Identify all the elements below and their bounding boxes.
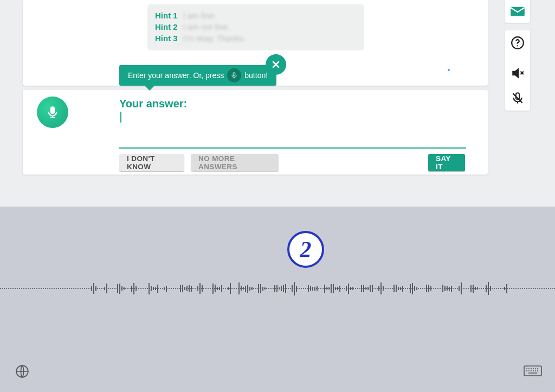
hint-text-3: I'm okay. Thanks. bbox=[183, 33, 246, 44]
svg-rect-0 bbox=[234, 73, 236, 76]
countdown-badge: 2 bbox=[287, 231, 324, 268]
keyboard-button[interactable] bbox=[524, 364, 542, 377]
answer-input[interactable] bbox=[120, 112, 121, 123]
svg-rect-1 bbox=[51, 107, 55, 113]
waveform bbox=[91, 279, 516, 298]
keyboard-icon bbox=[524, 364, 542, 377]
answer-underline bbox=[119, 147, 466, 149]
hints-box: Hint 1 I am fine. Hint 2 I am not fine. … bbox=[147, 4, 364, 50]
hint-label-1: Hint 1 bbox=[155, 10, 178, 21]
recorder-area bbox=[0, 207, 555, 392]
globe-icon bbox=[15, 364, 29, 378]
hint-row-2: Hint 2 I am not fine. bbox=[155, 21, 357, 33]
help-icon bbox=[511, 36, 525, 50]
answer-heading: Your answer: bbox=[119, 98, 187, 110]
microphone-icon bbox=[227, 68, 241, 82]
tooltip-text-after: button! bbox=[244, 71, 268, 80]
hint-text-1: I am fine. bbox=[183, 10, 217, 21]
mute-mic-button[interactable] bbox=[505, 86, 530, 111]
microphone-off-icon bbox=[511, 91, 525, 105]
hint-label-2: Hint 2 bbox=[155, 21, 178, 33]
say-it-button[interactable]: SAY IT bbox=[428, 154, 465, 171]
hint-row-3: Hint 3 I'm okay. Thanks. bbox=[155, 33, 357, 44]
i-dont-know-button[interactable]: I DON'T KNOW bbox=[119, 154, 184, 171]
close-tooltip-button[interactable] bbox=[266, 54, 286, 75]
tooltip-text-before: Enter your answer. Or, press bbox=[128, 71, 224, 80]
no-more-answers-button[interactable]: NO MORE ANSWERS bbox=[191, 154, 279, 171]
mute-sound-button[interactable] bbox=[505, 61, 530, 86]
svg-point-4 bbox=[517, 45, 518, 46]
indicator-dot bbox=[448, 69, 450, 71]
input-tooltip: Enter your answer. Or, press button! bbox=[119, 65, 276, 86]
mail-button[interactable] bbox=[505, 0, 530, 23]
language-button[interactable] bbox=[15, 364, 29, 378]
record-button[interactable] bbox=[37, 97, 68, 128]
help-button[interactable] bbox=[505, 30, 530, 55]
hint-label-3: Hint 3 bbox=[155, 33, 178, 44]
hint-row-1: Hint 1 I am fine. bbox=[155, 10, 357, 21]
hint-text-2: I am not fine. bbox=[183, 21, 230, 33]
mail-icon bbox=[510, 6, 525, 17]
speaker-mute-icon bbox=[511, 66, 525, 80]
